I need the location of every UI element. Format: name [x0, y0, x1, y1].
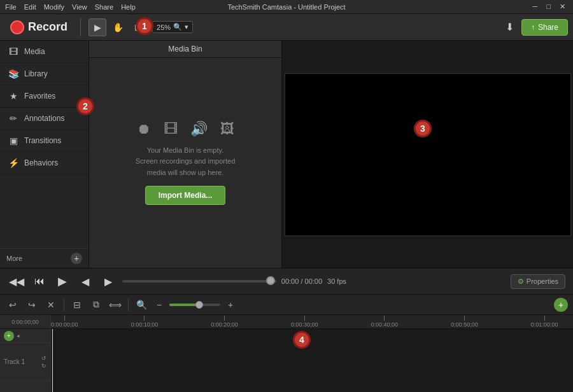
- ruler-label: 0:00:00;00: [51, 321, 78, 328]
- expand-icon: ▾: [15, 334, 22, 337]
- undo-button[interactable]: ↩: [5, 297, 20, 312]
- zoom-in-button[interactable]: +: [223, 297, 238, 312]
- extend-button[interactable]: ⟺: [108, 297, 123, 312]
- audio-icon: 🔊: [190, 121, 208, 137]
- step-back-button[interactable]: ⏮: [31, 272, 48, 290]
- annotations-icon: ✏: [8, 113, 19, 123]
- sidebar-label-transitions: Transitions: [24, 136, 61, 145]
- skip-back-button[interactable]: ◀◀: [8, 272, 25, 290]
- ruler-tick: [224, 316, 225, 321]
- sidebar-more[interactable]: More +: [0, 248, 88, 268]
- ruler-label-col: 0:00:00;00: [0, 315, 51, 328]
- delete-button[interactable]: ✕: [43, 297, 59, 312]
- window-controls[interactable]: ─ □ ✕: [530, 3, 568, 11]
- preview-canvas: [285, 73, 571, 236]
- select-tool-button[interactable]: ▶: [88, 18, 106, 36]
- ruler-tick: [64, 316, 65, 321]
- favorites-icon: ★: [8, 91, 19, 101]
- crop-tool-button[interactable]: ⊡: [129, 18, 147, 36]
- sidebar-label-library: Library: [24, 69, 48, 78]
- progress-thumb[interactable]: [266, 276, 275, 285]
- menu-share[interactable]: Share: [95, 3, 113, 11]
- track-labels: + ▾ Track 1 ↺ ↻: [0, 329, 51, 392]
- pan-tool-button[interactable]: ✋: [109, 18, 127, 36]
- zoom-slider[interactable]: [169, 304, 220, 306]
- recording-icon: ⏺: [137, 121, 151, 137]
- step-forward-button[interactable]: ◀: [76, 272, 94, 290]
- image-icon: 🖼: [220, 121, 234, 137]
- sidebar-item-media[interactable]: 🎞 Media: [0, 41, 88, 63]
- skip-forward-button[interactable]: ▶: [99, 272, 117, 290]
- fps-display: 30 fps: [327, 277, 346, 285]
- tl-sep-1: [64, 298, 64, 311]
- track-label-1: Track 1 ↺ ↻: [0, 343, 50, 381]
- main-area: 🎞 Media 📚 Library ★ Favorites ✏ Annotati…: [0, 41, 573, 268]
- window-title: TechSmith Camtasia - Untitled Project: [227, 3, 345, 11]
- menu-edit[interactable]: Edit: [24, 3, 36, 11]
- import-media-button[interactable]: Import Media...: [145, 186, 226, 205]
- track-solo-button[interactable]: ↻: [41, 363, 46, 369]
- tl-sep-2: [128, 298, 129, 311]
- sidebar-label-annotations: Annotations: [24, 114, 64, 123]
- video-icon: 🎞: [164, 121, 178, 137]
- ruler-mark: 0:00:50;00: [451, 316, 478, 328]
- menu-help[interactable]: Help: [121, 3, 136, 11]
- ruler-label: 0:01:00;00: [531, 321, 558, 328]
- zoom-dropdown-icon[interactable]: ▾: [185, 23, 188, 31]
- redo-button[interactable]: ↪: [24, 297, 39, 312]
- media-bin-icons: ⏺ 🎞 🔊 🖼: [137, 121, 234, 137]
- zoom-slider-wrap: 🔍 − +: [134, 297, 238, 312]
- maximize-button[interactable]: □: [544, 3, 553, 11]
- zoom-search-button[interactable]: 🔍: [134, 297, 149, 312]
- ruler-mark: 0:00:40;00: [371, 316, 399, 328]
- split-button[interactable]: ⊟: [69, 297, 85, 312]
- timeline-section: ↩ ↪ ✕ ⊟ ⧉ ⟺ 🔍 − + + 0:00:00;00 0:00:00;0…: [0, 295, 573, 392]
- copy-button[interactable]: ⧉: [88, 297, 104, 312]
- more-label: More: [6, 255, 22, 262]
- add-track-button[interactable]: +: [554, 298, 568, 312]
- close-button[interactable]: ✕: [557, 3, 568, 11]
- record-button[interactable]: Record: [5, 18, 73, 37]
- ruler-label: 0:00:30;00: [291, 321, 318, 328]
- menu-file[interactable]: File: [5, 3, 17, 11]
- timeline-toolbar: ↩ ↪ ✕ ⊟ ⧉ ⟺ 🔍 − + +: [0, 295, 573, 315]
- ruler-label: 0:00:50;00: [451, 321, 478, 328]
- properties-button[interactable]: ⚙ Properties: [511, 274, 565, 289]
- play-button[interactable]: ▶: [53, 272, 71, 290]
- zoom-out-button[interactable]: −: [152, 297, 167, 312]
- media-bin-empty-text: Your Media Bin is empty.Screen recording…: [136, 145, 236, 179]
- menu-bar[interactable]: File Edit Modify View Share Help: [5, 3, 136, 11]
- progress-track[interactable]: [122, 280, 276, 283]
- ruler-marks: 0:00:00;000:00:10;000:00:20;000:00:30;00…: [51, 315, 573, 328]
- media-icon: 🎞: [8, 46, 19, 57]
- transitions-icon: ▣: [8, 136, 19, 146]
- ruler-tick: [544, 316, 545, 321]
- sidebar-item-transitions[interactable]: ▣ Transitions: [0, 130, 88, 152]
- gear-icon: ⚙: [518, 277, 524, 286]
- ruler-tick: [464, 316, 465, 321]
- sidebar-item-annotations[interactable]: ✏ Annotations: [0, 108, 88, 130]
- track-name-1: Track 1: [4, 358, 25, 365]
- minimize-button[interactable]: ─: [530, 3, 541, 11]
- sidebar-item-library[interactable]: 📚 Library: [0, 63, 88, 85]
- share-button[interactable]: ↑ Share: [521, 19, 568, 36]
- ruler-tick: [384, 316, 385, 321]
- title-bar: File Edit Modify View Share Help TechSmi…: [0, 0, 573, 14]
- sidebar-item-behaviors[interactable]: ⚡ Behaviors: [0, 152, 88, 174]
- sidebar-label-behaviors: Behaviors: [24, 158, 58, 167]
- menu-modify[interactable]: Modify: [44, 3, 64, 11]
- download-button[interactable]: ⬇: [503, 18, 516, 36]
- behaviors-icon: ⚡: [8, 158, 19, 168]
- menu-view[interactable]: View: [72, 3, 87, 11]
- ruler-mark: 0:00:00;00: [51, 316, 78, 328]
- sidebar-item-favorites[interactable]: ★ Favorites: [0, 85, 88, 108]
- add-panel-button[interactable]: +: [71, 253, 82, 264]
- ruler-mark: 0:01:00;00: [531, 316, 558, 328]
- ruler-tick: [144, 316, 145, 321]
- track-mute-button[interactable]: ↺: [41, 355, 46, 361]
- record-icon: [10, 20, 24, 34]
- zoom-control[interactable]: 25% 🔍 ▾: [152, 21, 193, 33]
- ruler-label: 0:00:20;00: [211, 321, 238, 328]
- zoom-value: 25%: [157, 24, 171, 31]
- add-track-label-button[interactable]: +: [4, 331, 14, 341]
